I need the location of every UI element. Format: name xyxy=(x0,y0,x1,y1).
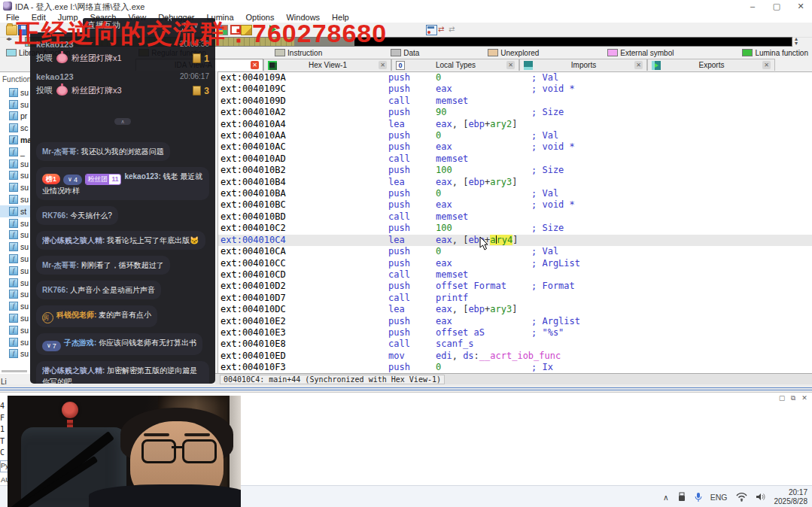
disasm-line[interactable]: ext:004010BCpusheax; void * xyxy=(218,199,812,211)
function-row[interactable]: fsu xyxy=(0,229,30,241)
disasm-line[interactable]: ext:004010A2push90; Size xyxy=(218,107,812,118)
function-row[interactable]: fsu xyxy=(0,87,30,99)
function-row[interactable]: fsu xyxy=(0,300,30,312)
chat-username[interactable]: Mr-杰哥哥: xyxy=(42,261,81,269)
gift-message: kekao12320:06:17投喂粉丝团灯牌x33 xyxy=(36,72,209,96)
webcam-glasses xyxy=(141,439,176,463)
wifi-icon[interactable] xyxy=(736,492,747,502)
disasm-line[interactable]: ext:004010EDmovedi, ds:__acrt_iob_func xyxy=(218,351,812,362)
disasm-line[interactable]: ext:004010C4leaeax, [ebp+ary4] xyxy=(218,235,812,246)
chat-username[interactable]: 子杰游戏: xyxy=(64,339,99,347)
disassembly-view[interactable]: ext:0040109Apush0; Valext:0040109Cpushea… xyxy=(217,71,812,374)
disasm-line[interactable]: ext:004010E8callscanf_s xyxy=(218,339,812,350)
usb-icon[interactable] xyxy=(677,492,686,502)
function-row[interactable]: fsu xyxy=(0,289,30,301)
disasm-line[interactable]: ext:004010CCpusheax; ArgList xyxy=(218,258,812,269)
chat-username[interactable]: RK766: xyxy=(42,286,70,294)
tab-close-icon[interactable]: ✕ xyxy=(379,61,387,69)
function-row[interactable]: fsu xyxy=(0,241,30,253)
tab-exports[interactable]: Exports✕ xyxy=(647,59,775,71)
dock-maximize-icon[interactable]: ⧉ xyxy=(789,394,798,402)
function-row[interactable]: fsu xyxy=(0,277,30,289)
chat-username[interactable]: Mr-杰哥哥: xyxy=(42,147,81,156)
disasm-line[interactable]: ext:004010BApush0; Val xyxy=(218,188,812,199)
disasm-line[interactable]: ext:004010B2push100; Size xyxy=(218,165,812,176)
chat-username[interactable]: 科锐倪老师: xyxy=(56,311,99,319)
speaker-icon[interactable] xyxy=(756,492,766,502)
disasm-line[interactable]: ext:004010ADcallmemset xyxy=(218,153,812,165)
clock[interactable]: 20:17 2025/8/28 xyxy=(774,488,808,506)
function-icon: f xyxy=(9,254,18,263)
minimize-button[interactable]: – xyxy=(741,1,764,11)
function-row[interactable]: fsu xyxy=(0,253,30,265)
tab-close-icon[interactable]: ✕ xyxy=(506,61,515,69)
function-row[interactable]: fsu xyxy=(0,312,30,324)
chat-scroll-pill[interactable]: ∧ xyxy=(114,118,131,125)
disasm-line[interactable]: ext:004010CDcallmemset xyxy=(218,269,812,281)
disasm-line[interactable]: ext:004010B4leaeax, [ebp+ary3] xyxy=(218,177,812,188)
function-row[interactable]: fsu xyxy=(0,158,30,170)
step-arrows-red-icon[interactable]: ⇄ xyxy=(438,25,448,34)
function-row[interactable]: fst xyxy=(0,205,30,217)
debug-window-icon[interactable] xyxy=(426,25,437,35)
tray-expand-icon[interactable]: ∧ xyxy=(663,493,669,502)
navband-right-arrows[interactable]: ▴▾ xyxy=(795,37,798,47)
maximize-button[interactable]: ▢ xyxy=(765,1,788,11)
tab-close-icon[interactable]: ✕ xyxy=(762,61,771,69)
disasm-line[interactable]: ext:004010E3pushoffset aS; "%s" xyxy=(218,327,812,339)
step-arrows-gray-icon[interactable]: ⇄ xyxy=(449,25,458,34)
disasm-line[interactable]: ext:004010D7callprintf xyxy=(218,293,812,304)
function-icon: f xyxy=(9,349,18,358)
disasm-line[interactable]: ext:004010DCleaeax, [ebp+ary3] xyxy=(218,304,812,315)
function-icon: f xyxy=(9,207,18,216)
functions-scrollbar[interactable] xyxy=(2,370,27,372)
function-row[interactable]: fpr xyxy=(0,111,30,123)
function-row[interactable]: fsu xyxy=(0,181,30,193)
function-row[interactable]: fsu xyxy=(0,324,30,336)
tab-close-icon[interactable]: ✕ xyxy=(251,61,259,69)
chat-message: 房科锐倪老师: 麦的声音有点小 xyxy=(36,305,157,327)
chat-message: Mr-杰哥哥: 刚刚看了，循环数超过了 xyxy=(36,256,170,275)
tab-local-types[interactable]: 0Local Types✕ xyxy=(391,59,519,71)
function-icon: f xyxy=(9,135,18,144)
disasm-line[interactable]: ext:0040109Dcallmemset xyxy=(218,96,812,107)
close-button[interactable]: ✕ xyxy=(789,1,812,11)
function-row[interactable]: fsu xyxy=(0,217,30,229)
dock-splitter[interactable] xyxy=(0,384,812,392)
mic-icon[interactable] xyxy=(695,492,702,502)
disasm-line[interactable]: ext:004010C2push100; Size xyxy=(218,223,812,234)
level-badge: ∨4 xyxy=(63,175,82,185)
disasm-line[interactable]: ext:004010ACpusheax; void * xyxy=(218,141,812,153)
function-row[interactable]: fsu xyxy=(0,193,30,205)
tab-imports[interactable]: Imports✕ xyxy=(519,59,647,71)
function-row[interactable]: f_ xyxy=(0,146,30,158)
tab-close-icon[interactable]: ✕ xyxy=(634,61,643,69)
function-row[interactable]: fsu xyxy=(0,99,30,111)
chat-username[interactable]: kekao123: xyxy=(124,172,163,181)
disasm-line[interactable]: ext:004010D2pushoffset Format; Format xyxy=(218,281,812,292)
function-icon: f xyxy=(9,266,18,275)
chat-username[interactable]: RK766: xyxy=(42,211,70,220)
function-row[interactable]: fsu xyxy=(0,348,30,360)
navband-left-arrows[interactable]: ◂▸ xyxy=(6,37,12,47)
tab-hex-view-1[interactable]: Hex View-1✕ xyxy=(263,59,391,71)
disasm-line[interactable]: ext:004010CApush0; Val xyxy=(218,246,812,257)
function-row[interactable]: fsu xyxy=(0,336,30,348)
function-row[interactable]: fma xyxy=(0,134,30,146)
chat-username[interactable]: 潜心练贱之骇人精: xyxy=(42,236,107,244)
function-row[interactable]: fsu xyxy=(0,170,30,182)
function-row[interactable]: fsc xyxy=(0,122,30,134)
disasm-line[interactable]: ext:004010BDcallmemset xyxy=(218,211,812,223)
disasm-line[interactable]: ext:004010E2pusheax; Arglist xyxy=(218,316,812,327)
chat-username[interactable]: 潜心练贱之骇人精: xyxy=(42,366,107,375)
dock-close-icon[interactable]: ✕ xyxy=(800,394,809,402)
disasm-line[interactable]: ext:004010F3push0; Ix xyxy=(218,362,812,373)
dock-float-icon[interactable]: ▢ xyxy=(777,394,786,402)
disasm-line[interactable]: ext:0040109Apush0; Val xyxy=(218,72,812,83)
language-indicator[interactable]: ENG xyxy=(710,493,728,502)
disasm-line[interactable]: ext:0040109Cpusheax; void * xyxy=(218,83,812,95)
disasm-line[interactable]: ext:004010AApush0; Val xyxy=(218,130,812,141)
function-row[interactable]: fsu xyxy=(0,265,30,277)
live-chat-panel[interactable]: kekao12320:05:30投喂粉丝团灯牌x11kekao12320:06:… xyxy=(30,32,215,384)
disasm-line[interactable]: ext:004010A4leaeax, [ebp+ary2] xyxy=(218,119,812,130)
